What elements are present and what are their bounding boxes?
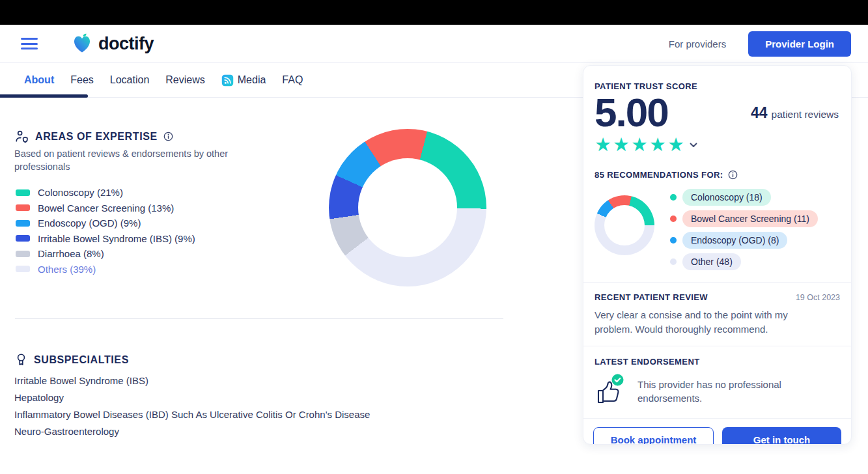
subspecialty-item: Neuro-Gastroenterology xyxy=(14,423,370,439)
latest-endorsement-section: LATEST ENDORSEMENT This provider has no … xyxy=(583,346,851,419)
tab-reviews[interactable]: Reviews xyxy=(165,74,204,86)
endorsement-text: This provider has no professional endors… xyxy=(637,374,800,406)
legend-swatch xyxy=(16,189,30,196)
review-text: Very clear a consise and to the point wi… xyxy=(595,308,809,337)
legend-item: Bowel Cancer Screening (13%) xyxy=(16,201,195,216)
doctify-profile-page: doctify For providers Provider Login Abo… xyxy=(0,0,868,474)
legend-item: Colonoscopy (21%) xyxy=(16,185,195,201)
legend-item: Endoscopy (OGD) (9%) xyxy=(16,216,195,231)
section-divider xyxy=(15,318,503,319)
legend-label: Diarrhoea (8%) xyxy=(38,248,104,259)
recommendation-item: Colonoscopy (18) xyxy=(670,189,818,206)
trust-score-value: 5.00 xyxy=(595,92,668,133)
active-tab-indicator xyxy=(0,94,88,98)
expertise-donut-chart xyxy=(329,129,486,286)
info-icon[interactable] xyxy=(728,170,738,180)
star-icon: ★ xyxy=(595,135,611,154)
medal-icon xyxy=(14,352,28,367)
donut-hole xyxy=(604,205,645,245)
endorsement-title: LATEST ENDORSEMENT xyxy=(595,357,700,367)
trust-score-section: PATIENT TRUST SCORE 5.00 44 patient revi… xyxy=(583,66,851,165)
thumbs-up-check-icon xyxy=(595,374,624,408)
recommendation-pill[interactable]: Bowel Cancer Screening (11) xyxy=(682,210,818,227)
areas-of-expertise-header: AREAS OF EXPERTISE xyxy=(14,129,173,144)
tab-location[interactable]: Location xyxy=(110,74,150,86)
review-date: 19 Oct 2023 xyxy=(796,293,840,302)
legend-swatch xyxy=(16,251,30,257)
subspecialty-item: Inflammatory Bowel Diseases (IBD) Such A… xyxy=(14,406,370,423)
expertise-subtitle: Based on patient reviews & endorsements … xyxy=(14,148,262,173)
recommendations-title: 85 RECOMMENDATIONS FOR: xyxy=(595,170,723,180)
provider-login-button[interactable]: Provider Login xyxy=(748,31,851,57)
pill-dot xyxy=(670,258,677,265)
subspecialty-item: Irritable Bowel Syndrome (IBS) xyxy=(14,372,370,389)
recommendation-pill[interactable]: Endoscopy (OGD) (8) xyxy=(682,232,787,249)
reviews-number: 44 xyxy=(751,104,768,122)
legend-label: Bowel Cancer Screening (13%) xyxy=(38,202,174,214)
subspecialty-item: Hepatology xyxy=(14,389,370,406)
doctify-heart-icon xyxy=(70,32,94,55)
top-black-bar xyxy=(0,0,868,25)
recommendation-item: Endoscopy (OGD) (8) xyxy=(670,232,818,249)
recommendations-donut-chart xyxy=(595,195,654,255)
expertise-legend: Colonoscopy (21%) Bowel Cancer Screening… xyxy=(16,185,195,277)
chevron-down-icon[interactable] xyxy=(690,143,697,148)
donut-hole xyxy=(358,158,457,257)
tab-media[interactable]: Media xyxy=(221,74,266,87)
site-header: doctify For providers Provider Login xyxy=(0,25,868,63)
for-providers-link[interactable]: For providers xyxy=(669,38,726,49)
recent-review-section: RECENT PATIENT REVIEW 19 Oct 2023 Very c… xyxy=(583,283,851,346)
pill-dot xyxy=(670,194,677,201)
doctify-logo[interactable]: doctify xyxy=(70,32,154,55)
legend-swatch xyxy=(16,235,30,242)
card-footer: Book appointment Get in touch xyxy=(583,419,851,445)
legend-swatch xyxy=(16,204,30,211)
recent-review-title: RECENT PATIENT REVIEW xyxy=(595,292,708,302)
areas-of-expertise-title: AREAS OF EXPERTISE xyxy=(35,131,158,143)
recommendation-pills: Colonoscopy (18) Bowel Cancer Screening … xyxy=(670,189,818,270)
book-appointment-button[interactable]: Book appointment xyxy=(593,427,714,445)
legend-swatch xyxy=(16,220,30,227)
person-endorse-icon xyxy=(14,129,29,144)
reviews-label: patient reviews xyxy=(772,109,839,120)
legend-label: Colonoscopy (21%) xyxy=(38,187,123,198)
star-rating: ★ ★ ★ ★ ★ xyxy=(595,135,840,154)
legend-item: Diarrhoea (8%) xyxy=(16,246,195,262)
star-icon: ★ xyxy=(649,135,666,154)
legend-item: Irritable Bowel Syndrome (IBS) (9%) xyxy=(16,231,195,247)
legend-label: Others (39%) xyxy=(38,264,96,275)
info-icon[interactable] xyxy=(163,132,173,141)
tab-about[interactable]: About xyxy=(24,74,54,86)
patient-trust-card: PATIENT TRUST SCORE 5.00 44 patient revi… xyxy=(583,65,852,445)
legend-item-others[interactable]: Others (39%) xyxy=(16,262,195,277)
tab-fees[interactable]: Fees xyxy=(70,74,94,86)
pill-dot xyxy=(670,237,677,244)
recommendation-item: Bowel Cancer Screening (11) xyxy=(670,210,818,227)
recommendation-pill[interactable]: Colonoscopy (18) xyxy=(682,189,771,206)
legend-label: Irritable Bowel Syndrome (IBS) (9%) xyxy=(38,233,195,244)
subspecialties-header: SUBSPECIALTIES xyxy=(14,352,129,367)
subspecialties-title: SUBSPECIALTIES xyxy=(34,354,129,366)
hamburger-menu-icon[interactable] xyxy=(21,38,38,49)
logo-wordmark: doctify xyxy=(98,34,154,54)
legend-label: Endoscopy (OGD) (9%) xyxy=(38,217,141,229)
star-icon: ★ xyxy=(613,135,630,154)
tab-media-label: Media xyxy=(238,74,266,86)
tab-faq[interactable]: FAQ xyxy=(282,74,303,86)
recommendations-section: 85 RECOMMENDATIONS FOR: Colonosco xyxy=(583,165,851,283)
media-icon xyxy=(221,74,234,87)
subspecialties-list: Irritable Bowel Syndrome (IBS) Hepatolog… xyxy=(14,372,370,439)
star-icon: ★ xyxy=(667,135,684,154)
star-icon: ★ xyxy=(631,135,648,154)
patient-reviews-count: 44 patient reviews xyxy=(751,104,840,122)
recommendation-item: Other (48) xyxy=(670,253,818,270)
recommendation-pill[interactable]: Other (48) xyxy=(682,253,741,270)
legend-swatch xyxy=(16,266,30,272)
pill-dot xyxy=(670,216,677,222)
get-in-touch-button[interactable]: Get in touch xyxy=(722,427,841,445)
